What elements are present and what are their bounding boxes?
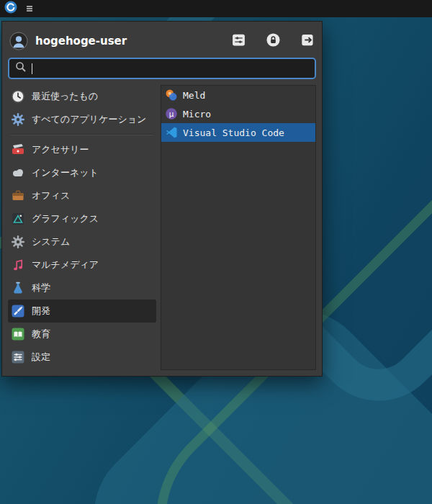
category-label: 科学 bbox=[32, 282, 50, 294]
settings-sliders-icon bbox=[11, 350, 25, 364]
log-out-button[interactable] bbox=[299, 32, 316, 50]
internet-cloud-icon bbox=[11, 166, 25, 180]
app-label: Visual Studio Code bbox=[183, 127, 284, 138]
search-icon bbox=[15, 61, 27, 76]
menu-body: 最近使ったもの すべてのアプリケーション アクセサリー インターネット bbox=[8, 85, 316, 370]
search-input[interactable] bbox=[34, 63, 309, 75]
app-item-meld[interactable]: Meld bbox=[161, 86, 315, 104]
category-label: 設定 bbox=[32, 351, 50, 364]
category-label: マルチメディア bbox=[32, 258, 99, 271]
category-label: グラフィックス bbox=[32, 212, 99, 225]
micro-icon: μ bbox=[165, 107, 178, 120]
category-item-science[interactable]: 科学 bbox=[8, 276, 156, 300]
svg-text:μ: μ bbox=[169, 109, 174, 118]
app-label: Micro bbox=[183, 109, 211, 120]
category-label: 開発 bbox=[32, 305, 50, 318]
category-item-education[interactable]: 教育 bbox=[8, 323, 156, 346]
category-item-office[interactable]: オフィス bbox=[8, 184, 156, 207]
settings-manager-button[interactable] bbox=[230, 32, 247, 50]
log-out-icon bbox=[300, 32, 315, 50]
distro-swirl-icon bbox=[4, 1, 17, 17]
search-field[interactable] bbox=[8, 58, 316, 79]
meld-icon bbox=[165, 89, 178, 102]
category-label: インターネット bbox=[32, 166, 99, 179]
text-caret bbox=[32, 63, 32, 74]
vscode-icon bbox=[165, 126, 178, 139]
system-gear-icon bbox=[11, 235, 25, 249]
category-label: オフィス bbox=[32, 189, 70, 202]
category-item-graphics[interactable]: グラフィックス bbox=[8, 207, 156, 230]
app-label: Meld bbox=[183, 90, 205, 101]
app-item-micro[interactable]: μ Micro bbox=[161, 104, 315, 123]
all-apps-gear-icon bbox=[11, 112, 25, 127]
application-list: Meld μ Micro Visual Studio Code bbox=[161, 85, 316, 370]
category-item-recent[interactable]: 最近使ったもの bbox=[8, 85, 156, 108]
hamburger-menu-icon bbox=[25, 2, 34, 16]
user-avatar-icon bbox=[9, 32, 28, 50]
lock-screen-button[interactable] bbox=[264, 32, 282, 50]
whisker-menu-popup: hogehoge-user bbox=[1, 21, 323, 377]
category-label: システム bbox=[32, 235, 70, 248]
category-item-all-applications[interactable]: すべてのアプリケーション bbox=[8, 108, 156, 131]
category-label: 教育 bbox=[32, 328, 50, 341]
category-item-settings[interactable]: 設定 bbox=[8, 346, 156, 369]
category-item-internet[interactable]: インターネット bbox=[8, 161, 156, 184]
multimedia-note-icon bbox=[11, 258, 25, 272]
app-item-visual-studio-code[interactable]: Visual Studio Code bbox=[161, 123, 315, 142]
top-panel bbox=[0, 0, 432, 17]
panel-item[interactable] bbox=[21, 0, 38, 17]
category-label: すべてのアプリケーション bbox=[32, 113, 146, 126]
category-list: 最近使ったもの すべてのアプリケーション アクセサリー インターネット bbox=[8, 85, 161, 370]
category-label: 最近使ったもの bbox=[32, 90, 98, 103]
graphics-icon bbox=[11, 212, 25, 226]
office-icon bbox=[11, 189, 25, 203]
lock-screen-icon bbox=[266, 32, 281, 50]
education-icon bbox=[11, 327, 25, 341]
whisker-menu-button[interactable] bbox=[2, 0, 19, 17]
accessories-icon bbox=[11, 143, 25, 157]
username-label: hogehoge-user bbox=[35, 35, 127, 48]
category-item-development[interactable]: 開発 bbox=[8, 300, 156, 323]
category-label: アクセサリー bbox=[32, 143, 89, 156]
development-icon bbox=[11, 304, 25, 318]
category-item-system[interactable]: システム bbox=[8, 230, 156, 253]
science-flask-icon bbox=[11, 281, 25, 295]
recent-clock-icon bbox=[11, 89, 25, 104]
settings-manager-icon bbox=[231, 32, 246, 50]
category-item-multimedia[interactable]: マルチメディア bbox=[8, 253, 156, 276]
category-separator bbox=[11, 134, 153, 135]
category-item-accessories[interactable]: アクセサリー bbox=[8, 138, 156, 161]
menu-header: hogehoge-user bbox=[8, 27, 316, 55]
